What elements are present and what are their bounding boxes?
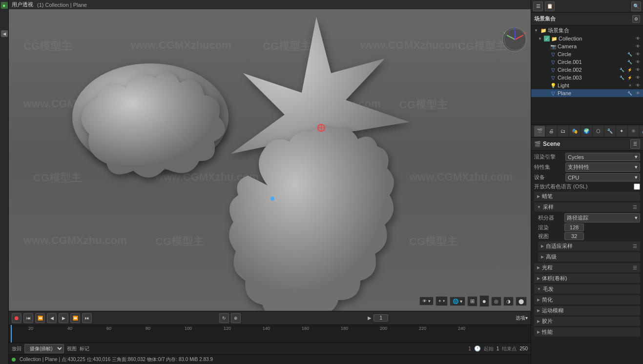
integrator-dropdown[interactable]: 路径追踪 ▾ — [564, 213, 640, 222]
coll-visibility-icon[interactable]: 👁 — [634, 35, 641, 42]
editor-type-btn[interactable]: ☰ — [533, 1, 543, 11]
material-preview-btn[interactable]: ⬤ — [516, 297, 527, 306]
outliner-item-scene-collection[interactable]: ▼ 📁 场景集合 — [531, 26, 643, 35]
features-dropdown[interactable]: 支持特性 ▾ — [565, 162, 640, 172]
skip-end-btn[interactable]: ⏭ — [82, 313, 92, 323]
viewport-shading-btn[interactable]: 👁 ▾ — [419, 297, 434, 305]
light-visibility-icon[interactable]: 👁 — [634, 82, 641, 89]
light-sun-icon[interactable]: ☀ — [626, 82, 633, 89]
play-btn[interactable]: ▶ — [59, 313, 68, 323]
scene-canvas[interactable]: CG模型主 www.CGMXzhucom CG模型主 www.CGMXzhuco… — [9, 0, 531, 311]
timeline-track[interactable]: 20 40 60 80 100 120 140 160 180 200 220 … — [9, 325, 531, 343]
outliner-item-plane[interactable]: ▽ Plane 🔧 👁 — [531, 89, 643, 97]
local-view-btn[interactable]: 📋 — [545, 1, 555, 11]
props-panel-settings-btn[interactable]: ☰ — [630, 139, 640, 149]
outliner-item-circle-003[interactable]: ▽ Circle.003 🔧 ⚡ 👁 — [531, 74, 643, 81]
circle002-visibility-icon[interactable]: 👁 — [634, 66, 641, 73]
rendered-btn[interactable]: ◑ — [503, 297, 514, 306]
shading-wire-btn[interactable]: ◎ — [491, 297, 501, 306]
outliner-item-light[interactable]: 💡 Light ☀ 👁 — [531, 81, 643, 89]
coll-expand[interactable]: ▼ — [537, 36, 543, 41]
options-btn-timeline[interactable]: 选项▾ — [516, 315, 528, 322]
svg-line-5 — [515, 35, 523, 40]
render-samples-row: 渲染 128 — [534, 223, 640, 231]
performance-title: 性能 — [542, 328, 637, 336]
loop-btn[interactable]: ↻ — [219, 313, 229, 323]
current-frame-input[interactable] — [373, 314, 388, 322]
coll-label: Collection — [559, 36, 633, 41]
volumes-section[interactable]: ▶ 体积(卷标) — [534, 274, 640, 283]
step-forward-btn[interactable]: ⏩ — [70, 313, 80, 323]
circle003-modifier-icon[interactable]: 🔧 — [619, 74, 625, 81]
outliner-item-collection[interactable]: ▼ ✓ 📁 Collection 👁 — [531, 35, 643, 42]
scene-coll-expand[interactable]: ▼ — [533, 28, 539, 34]
performance-section[interactable]: ▶ 性能 — [534, 327, 640, 337]
outliner-item-circle-002[interactable]: ▽ Circle.002 🔧 ⚡ 👁 — [531, 66, 643, 74]
sync-btn[interactable]: ⊕ — [231, 313, 241, 323]
simplify-section[interactable]: ▶ 简化 — [534, 295, 640, 304]
left-panel: ■ ◀ — [0, 0, 9, 364]
outliner-item-camera[interactable]: 📷 Camera 👁 — [531, 42, 643, 50]
advanced-section[interactable]: ▶ 高级 — [538, 252, 640, 262]
snap-btn[interactable]: 🌐 ▾ — [450, 297, 465, 306]
view-layer-tab[interactable]: 🗂 — [558, 126, 568, 137]
physics-tab[interactable]: ⚛ — [628, 126, 639, 137]
record-btn[interactable]: ⏺ — [12, 313, 21, 323]
outliner-item-circle[interactable]: ▽ Circle 🔧 👁 — [531, 50, 643, 58]
output-tab[interactable]: 🖨 — [546, 126, 557, 137]
coll-checkbox[interactable]: ✓ — [544, 36, 550, 41]
circle003-filter-icon[interactable]: ⚡ — [626, 74, 633, 81]
interpolation-select[interactable]: 摄像(插帧) — [24, 344, 64, 353]
scene-tab[interactable]: 🎭 — [569, 126, 580, 137]
search-btn[interactable]: 🔍 — [631, 1, 641, 11]
render-tab[interactable]: 🎬 — [534, 126, 545, 137]
coll-icon: 📁 — [551, 35, 558, 42]
object-tab[interactable]: ⬡ — [593, 126, 603, 137]
step-back-btn[interactable]: ⏪ — [35, 313, 45, 323]
sampling-menu-icon[interactable]: ☰ — [633, 204, 637, 210]
circle002-mesh-icon: ▽ — [550, 66, 557, 73]
adaptive-menu-icon[interactable]: ☰ — [633, 243, 637, 249]
outliner-item-circle-001[interactable]: ▽ Circle.001 🔧 👁 — [531, 58, 643, 66]
circle-modifier-icon[interactable]: 🔧 — [626, 51, 633, 58]
modifier-tab[interactable]: 🔧 — [604, 126, 615, 137]
osl-checkbox[interactable] — [634, 183, 640, 190]
particles-tab[interactable]: ✦ — [616, 126, 627, 137]
circle001-label: Circle.001 — [558, 59, 625, 65]
circle-visibility-icon[interactable]: 👁 — [634, 51, 641, 58]
world-tab[interactable]: 🌍 — [581, 126, 592, 137]
skip-start-btn[interactable]: ⏮ — [23, 313, 33, 323]
light-menu-icon[interactable]: ☰ — [633, 265, 637, 270]
light-expand — [543, 82, 549, 88]
motion-section[interactable]: ▶ 运动模糊 — [534, 306, 640, 315]
circle001-visibility-icon[interactable]: 👁 — [634, 59, 641, 65]
transform-btn[interactable]: ⊞ — [467, 296, 477, 306]
plane-visibility-icon[interactable]: 👁 — [634, 90, 641, 97]
hair-arrow: ▼ — [537, 287, 541, 291]
plane-modifier-icon[interactable]: 🔧 — [626, 90, 633, 97]
pencil-section[interactable]: ▶ 蜡笔 — [534, 192, 640, 201]
sampling-section[interactable]: ▼ 采样 ☰ — [534, 202, 640, 212]
viewport-samples-value[interactable]: 32 — [564, 232, 584, 240]
adaptive-section[interactable]: ▶ 自适应采样 ☰ — [538, 242, 640, 251]
scene-coll-icon: 📁 — [540, 27, 547, 34]
light-section[interactable]: ▶ 光程 ☰ — [534, 263, 640, 272]
circle002-modifier-icon[interactable]: 🔧 — [619, 66, 625, 73]
constraints-tab[interactable]: 🔗 — [640, 126, 643, 137]
circle002-filter-icon[interactable]: ⚡ — [626, 66, 633, 73]
circle003-visibility-icon[interactable]: 👁 — [634, 74, 641, 81]
camera-visibility-icon[interactable]: 👁 — [634, 43, 641, 50]
features-arrow: ▾ — [635, 164, 638, 170]
hair-section[interactable]: ▼ 毛发 — [534, 284, 640, 294]
render-engine-dropdown[interactable]: Cycles ▾ — [565, 153, 640, 161]
play-back-btn[interactable]: ◀ — [47, 313, 57, 323]
render-samples-value[interactable]: 128 — [564, 223, 584, 231]
viewport[interactable]: 用户透视 (1) Collection | Plane CG模型主 www.CG… — [9, 0, 531, 311]
outliner-filter-btn[interactable]: ⚙ — [632, 15, 640, 23]
circle001-modifier-icon[interactable]: 🔧 — [626, 59, 633, 65]
viewport-samples-row: 视图 32 — [534, 232, 640, 240]
film-section[interactable]: ▶ 胶片 — [534, 317, 640, 326]
shading-dot-btn[interactable]: ● — [479, 295, 489, 307]
gizmo-btn[interactable]: ⌖ ▾ — [436, 296, 448, 306]
device-dropdown[interactable]: CPU ▾ — [565, 173, 640, 182]
